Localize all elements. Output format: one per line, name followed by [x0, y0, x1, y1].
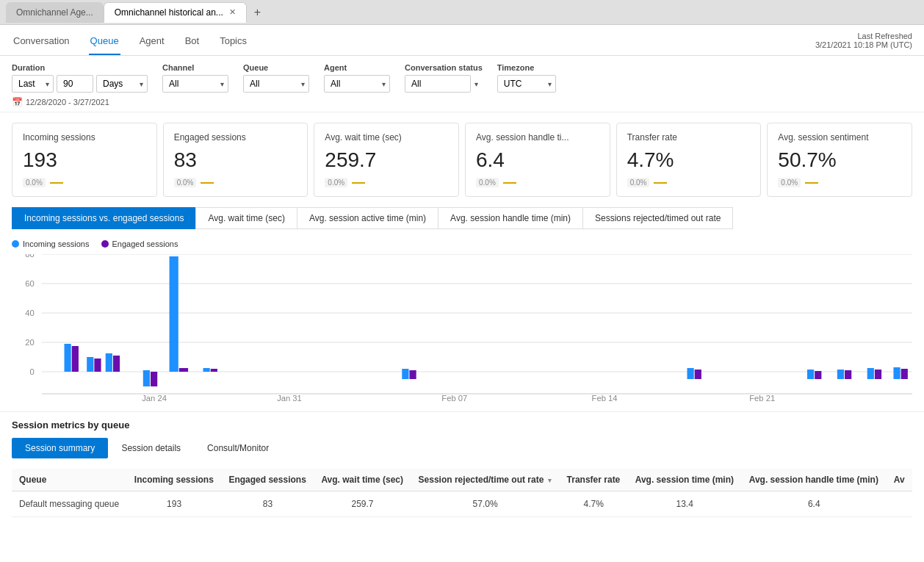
kpi-title-incoming: Incoming sessions	[23, 132, 146, 143]
svg-rect-39	[901, 369, 908, 379]
session-metrics-title: Session metrics by queue	[12, 419, 912, 430]
kpi-change-avg-wait: 0.0%	[325, 178, 347, 187]
duration-value-input[interactable]	[57, 75, 93, 93]
chart-tab-avg-active-time[interactable]: Avg. session active time (min)	[297, 207, 438, 229]
refresh-datetime: 3/21/2021 10:18 PM (UTC)	[815, 40, 912, 49]
kpi-card-incoming-sessions: Incoming sessions 193 0.0%	[12, 123, 157, 197]
conversation-status-label: Conversation status	[405, 63, 483, 72]
svg-text:40: 40	[25, 309, 34, 317]
agent-select[interactable]: All	[324, 75, 390, 93]
chart-tab-incoming-vs-engaged[interactable]: Incoming sessions vs. engaged sessions	[12, 207, 196, 229]
agent-label: Agent	[324, 63, 390, 72]
col-header-rejected: Session rejected/time out rate ▾	[411, 469, 560, 491]
kpi-trend-line-transfer	[654, 182, 667, 184]
browser-tab-inactive[interactable]: Omnichannel Age...	[6, 2, 104, 23]
browser-tab-bar: Omnichannel Age... Omnichannel historica…	[0, 0, 924, 25]
svg-rect-14	[94, 359, 101, 372]
queue-label: Queue	[243, 63, 309, 72]
nav-tab-queue[interactable]: Queue	[89, 31, 120, 55]
svg-rect-32	[807, 370, 814, 379]
kpi-change-incoming: 0.0%	[23, 178, 46, 187]
kpi-title-avg-handle: Avg. session handle ti...	[476, 132, 599, 143]
svg-rect-25	[402, 369, 408, 379]
kpi-value-avg-wait: 259.7	[325, 148, 448, 172]
cell-avg-wait: 259.7	[314, 491, 411, 517]
channel-wrapper: All	[162, 75, 228, 93]
kpi-card-sentiment: Avg. session sentiment 50.7% 0.0%	[767, 123, 912, 197]
svg-text:0: 0	[29, 367, 34, 376]
filter-timezone: Timezone UTC	[497, 63, 556, 93]
chart-tabs: Incoming sessions vs. engaged sessions A…	[12, 207, 912, 229]
kpi-change-transfer: 0.0%	[627, 178, 650, 187]
kpi-trend-line-avg-handle	[503, 182, 516, 184]
sort-icon-rejected[interactable]: ▾	[548, 477, 552, 484]
kpi-value-avg-handle: 6.4	[476, 148, 599, 172]
duration-type-select[interactable]: Last	[12, 75, 54, 93]
sub-tab-session-details[interactable]: Session details	[108, 438, 194, 458]
duration-unit-select[interactable]: Days	[96, 75, 148, 93]
nav-tab-agent[interactable]: Agent	[138, 31, 166, 55]
svg-rect-11	[65, 344, 71, 372]
kpi-card-transfer-rate: Transfer rate 4.7% 0.0%	[616, 123, 762, 197]
svg-rect-36	[867, 368, 874, 379]
kpi-value-sentiment: 50.7%	[778, 148, 901, 172]
sub-tab-consult-monitor[interactable]: Consult/Monitor	[194, 438, 282, 458]
kpi-change-engaged: 0.0%	[174, 178, 197, 187]
queue-wrapper: All	[243, 75, 309, 93]
chart-tab-avg-handle-time[interactable]: Avg. session handle time (min)	[438, 207, 583, 229]
duration-unit-wrapper: Days	[96, 75, 148, 93]
svg-text:Jan 31: Jan 31	[277, 394, 302, 401]
kpi-trend-line-avg-wait	[352, 182, 365, 184]
col-header-transfer: Transfer rate	[560, 469, 628, 491]
last-refreshed-label: Last Refreshed	[815, 32, 912, 40]
nav-tab-bot[interactable]: Bot	[184, 31, 201, 55]
svg-rect-19	[170, 256, 178, 372]
legend-label-incoming: Incoming sessions	[23, 239, 90, 248]
cell-engaged: 83	[221, 491, 314, 517]
svg-rect-20	[179, 368, 188, 372]
chart-tab-rejected-rate[interactable]: Sessions rejected/timed out rate	[582, 207, 733, 229]
browser-tab-close-icon[interactable]: ✕	[229, 7, 236, 17]
nav-tab-conversation[interactable]: Conversation	[12, 31, 71, 55]
svg-rect-16	[113, 356, 120, 372]
svg-rect-34	[837, 370, 844, 379]
kpi-footer-incoming: 0.0%	[23, 178, 146, 187]
filter-conversation-status: Conversation status All	[405, 63, 483, 93]
svg-rect-35	[845, 370, 851, 379]
kpi-change-avg-handle: 0.0%	[476, 178, 499, 187]
browser-tab-add-icon[interactable]: +	[250, 4, 265, 21]
filters-row: Duration Last Days Chann	[12, 63, 912, 93]
browser-tab-active[interactable]: Omnichannel historical an... ✕	[104, 2, 247, 23]
svg-rect-12	[72, 346, 79, 372]
date-range: 📅 12/28/2020 - 3/27/2021	[12, 97, 912, 107]
sub-tab-session-summary[interactable]: Session summary	[12, 438, 108, 458]
svg-text:Feb 07: Feb 07	[441, 394, 467, 401]
nav-tab-topics[interactable]: Topics	[218, 31, 248, 55]
date-range-value: 12/28/2020 - 3/27/2021	[26, 98, 109, 107]
svg-text:60: 60	[25, 279, 34, 288]
svg-text:Feb 21: Feb 21	[749, 394, 775, 401]
kpi-title-transfer: Transfer rate	[627, 132, 751, 143]
kpi-title-avg-wait: Avg. wait time (sec)	[325, 132, 448, 143]
col-header-avg-handle: Avg. session handle time (min)	[742, 469, 887, 491]
kpi-footer-engaged: 0.0%	[174, 178, 297, 187]
conversation-status-select[interactable]: All	[405, 75, 471, 93]
cell-av	[887, 491, 912, 517]
svg-rect-22	[211, 369, 217, 372]
nav-tabs: Conversation Queue Agent Bot Topics	[12, 31, 248, 55]
svg-rect-29	[687, 368, 694, 379]
svg-rect-15	[106, 353, 112, 372]
chart-tab-avg-wait[interactable]: Avg. wait time (sec)	[195, 207, 297, 229]
filter-duration: Duration Last Days	[12, 63, 148, 93]
svg-rect-13	[87, 357, 93, 372]
session-summary-table: Queue Incoming sessions Engaged sessions…	[12, 469, 912, 517]
duration-label: Duration	[12, 63, 148, 72]
chart-svg: 80 60 40 20 0	[12, 254, 912, 401]
kpi-card-engaged-sessions: Engaged sessions 83 0.0%	[163, 123, 308, 197]
channel-select[interactable]: All	[162, 75, 228, 93]
col-header-engaged: Engaged sessions	[221, 469, 314, 491]
col-header-avg-wait: Avg. wait time (sec)	[314, 469, 411, 491]
cell-avg-session: 13.4	[628, 491, 742, 517]
timezone-select[interactable]: UTC	[497, 75, 556, 93]
queue-select[interactable]: All	[243, 75, 309, 93]
